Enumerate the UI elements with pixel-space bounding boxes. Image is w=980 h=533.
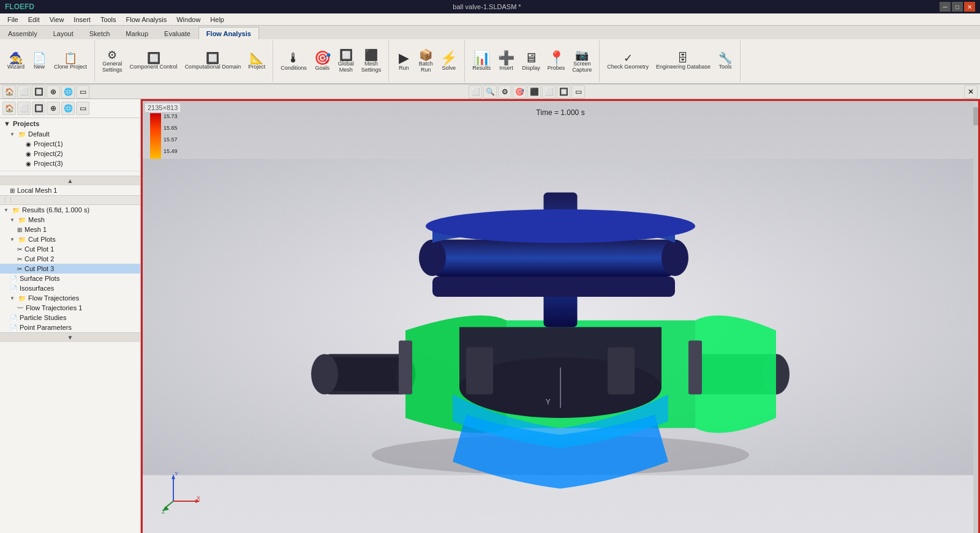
svg-text:Y: Y [546,398,551,406]
tree-item-project3[interactable]: ◉ Project(3) [0,158,140,168]
view4-button[interactable]: 🌐 [61,85,75,99]
view-icon6[interactable]: ⬜ [542,85,556,99]
panel-scroll-up[interactable]: ▲ [0,176,140,185]
default-label: Default [28,130,50,138]
display-button[interactable]: 🖥 Display [519,50,543,73]
point-params-icon: 📄 [10,324,17,331]
menu-item-view[interactable]: View [45,15,69,24]
view-icon7[interactable]: 🔲 [557,85,570,99]
ribbon-tab-evaluate[interactable]: Evaluate [156,27,198,39]
tools-button[interactable]: 🔧 Tools [715,51,735,72]
batch-run-button[interactable]: 📦 BatchRun [416,48,435,75]
tree-item-local-mesh[interactable]: ⊞ Local Mesh 1 [0,185,140,195]
tree-item-flow-traj1[interactable]: 〰 Flow Trajectories 1 [0,303,140,313]
tree-item-cut-plot2[interactable]: ✂ Cut Plot 2 [0,254,140,264]
panel-btn6[interactable]: ▭ [76,102,89,115]
minimize-button[interactable]: ─ [940,2,951,12]
svg-rect-14 [608,348,635,395]
tree-item-project1[interactable]: ◉ Project(1) [0,139,140,149]
view-icon1[interactable]: ⬜ [469,85,482,99]
tree-item-particle[interactable]: 📄 Particle Studies [0,313,140,322]
run-button[interactable]: ▶ Run [394,50,413,73]
ribbon-tab-assembly[interactable]: Assembly [0,27,45,39]
home-view-button[interactable]: 🏠 [2,85,16,99]
panel-btn1[interactable]: 🏠 [2,102,16,115]
new-button[interactable]: 📄 New [29,51,49,72]
tree-item-point-params[interactable]: 📄 Point Parameters [0,322,140,332]
ribbon-tab-sketch[interactable]: Sketch [81,27,118,39]
cut-plot1-label: Cut Plot 1 [24,245,54,253]
insert-button[interactable]: ➕ Insert [496,50,517,73]
component-control-button[interactable]: 🔲 Component Control [127,51,180,72]
menu-item-insert[interactable]: Insert [69,15,96,24]
view2-button[interactable]: 🔲 [32,85,45,99]
panel-resize[interactable]: ⋮⋮ [0,195,140,205]
tree-item-cut-plots[interactable]: ▼ 📁 Cut Plots [0,234,140,244]
panel-btn2[interactable]: ⬜ [17,102,31,115]
view5-button[interactable]: ▭ [76,85,89,99]
wizard-button[interactable]: 🧙 Wizard [5,51,27,72]
menu-item-help[interactable]: Help [205,15,229,24]
viewport-vscroll[interactable] [973,101,978,533]
menu-item-flow-analysis[interactable]: Flow Analysis [121,15,172,24]
ribbon-tab-layout[interactable]: Layout [45,27,81,39]
particle-label: Particle Studies [20,314,66,321]
solve-button[interactable]: ⚡ Solve [438,50,459,73]
clone-project-button[interactable]: 📋 Clone Project [51,51,89,72]
mesh-settings-button[interactable]: ⬛ MeshSettings [359,48,384,75]
panel-btn4[interactable]: ⊕ [47,102,60,115]
tree-item-isosurfaces[interactable]: 📄 Isosurfaces [0,283,140,293]
check-geometry-button[interactable]: ✓ Check Geometry [605,51,651,72]
svg-point-19 [662,240,688,276]
general-settings-button[interactable]: ⚙ GeneralSettings [100,48,125,75]
computational-domain-button[interactable]: 🔲 Computational Domain [183,51,244,72]
menu-item-file[interactable]: File [2,15,23,24]
ribbon-group-mesh-buttons: 🌡 Conditions 🎯 Goals 🔲 GlobalMesh ⬛ Mesh… [278,42,383,81]
tree-item-results[interactable]: ▼ 📁 Results (6.fld, 1.000 s) [0,205,140,215]
tree-item-default[interactable]: ▼ 📁 Default [0,129,140,139]
left-panel-toolbar: 🏠 ⬜ 🔲 ⊕ 🌐 ▭ [0,99,140,118]
view3-button[interactable]: ⊕ [47,85,60,99]
flow-traj-icon: 📁 [18,295,26,302]
menu-item-tools[interactable]: Tools [96,15,121,24]
view-icon5[interactable]: ⬛ [527,85,541,99]
panel-scroll-down[interactable]: ▼ [0,332,140,342]
screen-capture-button[interactable]: 📷 ScreenCapture [570,48,594,75]
menu-item-window[interactable]: Window [172,15,205,24]
mesh-expand: ▼ [10,217,16,223]
tree-item-mesh[interactable]: ▼ 📁 Mesh [0,215,140,225]
view-icon3[interactable]: ⚙ [498,85,511,99]
tree-item-surface-plots[interactable]: 📄 Surface Plots [0,274,140,283]
view-icon4[interactable]: 🎯 [513,85,526,99]
svg-rect-16 [432,240,675,277]
tree-item-project2[interactable]: ◉ Project(2) [0,149,140,158]
ribbon-tab-flow-analysis[interactable]: Flow Analysis [198,27,259,39]
view-icon2[interactable]: 🔍 [483,85,497,99]
projects-header[interactable]: ▼ Projects [0,118,140,129]
goals-button[interactable]: 🎯 Goals [312,50,333,73]
project-button[interactable]: 📐 Project [246,51,268,72]
global-mesh-button[interactable]: 🔲 GlobalMesh [336,48,356,75]
panel-btn3[interactable]: 🔲 [32,102,45,115]
tree-item-cut-plot1[interactable]: ✂ Cut Plot 1 [0,244,140,254]
view-icon8[interactable]: ▭ [571,85,585,99]
check-geometry-icon: ✓ [624,53,633,64]
ribbon-tab-markup[interactable]: Markup [118,27,156,39]
conditions-button[interactable]: 🌡 Conditions [278,50,309,73]
results-button[interactable]: 📊 Results [470,50,493,73]
tree-item-cut-plot3[interactable]: ✂ Cut Plot 3 [0,264,140,274]
maximize-button[interactable]: □ [952,2,963,12]
close-button[interactable]: ✕ [964,2,975,12]
tree-item-mesh1[interactable]: ⊞ Mesh 1 [0,225,140,234]
engineering-db-button[interactable]: 🗄 Engineering Database [654,51,713,72]
close-panel-button[interactable]: ✕ [964,85,978,99]
ribbon-group-mesh: 🌡 Conditions 🎯 Goals 🔲 GlobalMesh ⬛ Mesh… [273,40,389,82]
view1-button[interactable]: ⬜ [17,85,31,99]
conditions-icon: 🌡 [287,51,300,65]
tree-item-flow-traj[interactable]: ▼ 📁 Flow Trajectories [0,293,140,303]
probes-button[interactable]: 📍 Probes [545,50,568,73]
vscroll-thumb[interactable] [973,107,978,125]
tools-icon: 🔧 [718,53,732,64]
menu-item-edit[interactable]: Edit [23,15,45,24]
panel-btn5[interactable]: 🌐 [61,102,75,115]
